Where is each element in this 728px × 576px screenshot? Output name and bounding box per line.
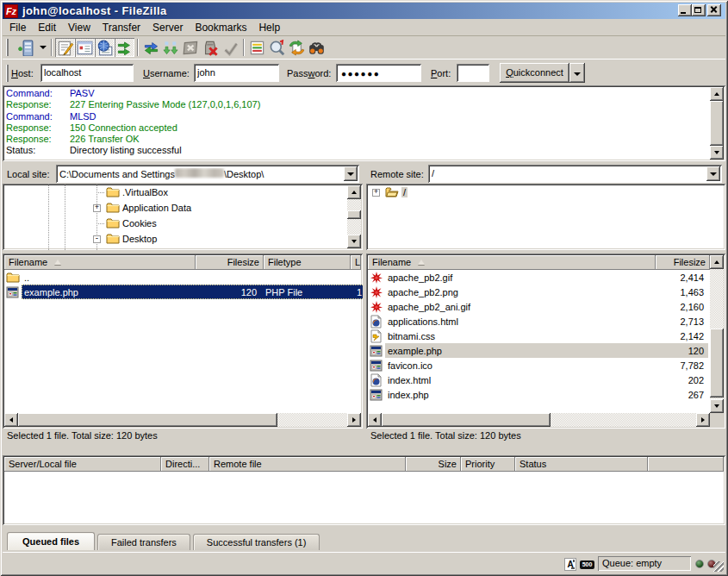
- quickconnect-button[interactable]: Quickconnect: [500, 63, 569, 83]
- toggle-remote-tree-button[interactable]: [95, 38, 115, 57]
- refresh-button[interactable]: [141, 38, 161, 57]
- tree-item-root[interactable]: /: [383, 185, 408, 200]
- scroll-down-button[interactable]: [710, 399, 724, 413]
- file-row-parent[interactable]: ..: [4, 270, 361, 285]
- tab-queued-files[interactable]: Queued files: [7, 532, 95, 550]
- local-site-combo[interactable]: C:\Documents and Settings\Desktop\: [56, 165, 359, 183]
- column-header-remote-file[interactable]: Remote file: [209, 457, 406, 472]
- menu-help[interactable]: Help: [252, 20, 286, 35]
- local-site-dropdown[interactable]: [344, 166, 358, 181]
- scrollbar-thumb[interactable]: [18, 413, 277, 427]
- scroll-right-button[interactable]: [347, 413, 361, 427]
- menu-bookmarks[interactable]: Bookmarks: [189, 20, 252, 35]
- remote-list-hscrollbar[interactable]: [368, 413, 710, 427]
- column-header-server-local-file[interactable]: Server/Local file: [4, 457, 161, 472]
- dropdown-arrow-icon: [710, 172, 717, 176]
- scroll-down-button[interactable]: [710, 146, 724, 160]
- expand-icon[interactable]: +: [372, 189, 380, 197]
- scroll-right-button[interactable]: [696, 413, 710, 427]
- scrollbar-thumb[interactable]: [710, 329, 724, 398]
- quickconnect-dropdown[interactable]: [569, 63, 585, 83]
- close-button[interactable]: [707, 4, 721, 16]
- column-header-filesize[interactable]: Filesize: [656, 255, 710, 270]
- disconnect-button[interactable]: [201, 38, 221, 57]
- scroll-left-button[interactable]: [368, 413, 382, 427]
- reconnect-button[interactable]: [221, 38, 240, 57]
- compare-directories-button[interactable]: [267, 38, 287, 57]
- tab-failed-transfers[interactable]: Failed transfers: [97, 534, 190, 550]
- host-input[interactable]: localhost: [40, 64, 134, 82]
- toggle-queue-button[interactable]: [115, 38, 134, 57]
- log-scrollbar[interactable]: [710, 87, 724, 160]
- password-input[interactable]: ●●●●●●: [336, 64, 421, 82]
- toggle-message-log-button[interactable]: [55, 38, 75, 57]
- minimize-button[interactable]: [678, 4, 692, 16]
- column-header-direction[interactable]: Directi...: [161, 457, 209, 472]
- transfer-type-indicator[interactable]: A: [564, 558, 576, 571]
- site-manager-button[interactable]: [12, 38, 38, 57]
- scrollbar-thumb[interactable]: [347, 210, 361, 219]
- remote-list-vscrollbar[interactable]: [710, 255, 724, 413]
- file-row[interactable]: apache_pb2_ani.gif 2,160: [368, 299, 708, 314]
- filter-button[interactable]: [247, 38, 267, 57]
- column-header-filename[interactable]: Filename: [368, 255, 656, 270]
- title-bar[interactable]: Fz john@localhost - FileZilla: [3, 3, 725, 19]
- file-row[interactable]: index.html 202: [368, 373, 708, 387]
- find-files-button[interactable]: [307, 38, 327, 57]
- menu-transfer[interactable]: Transfer: [96, 20, 146, 35]
- menu-edit[interactable]: Edit: [32, 20, 62, 35]
- process-queue-button[interactable]: [161, 38, 181, 57]
- folder-icon: [106, 185, 120, 199]
- remote-site-dropdown[interactable]: [706, 166, 720, 181]
- log-line: Response:226 Transfer OK: [6, 134, 708, 145]
- menu-server[interactable]: Server: [146, 20, 189, 35]
- collapse-icon[interactable]: -: [93, 235, 101, 243]
- local-tree-scrollbar[interactable]: [347, 185, 361, 248]
- column-header-filesize[interactable]: Filesize: [196, 255, 264, 270]
- resize-grip[interactable]: [713, 561, 724, 572]
- column-header-filetype[interactable]: Filetype: [264, 255, 351, 270]
- cancel-icon: [183, 40, 199, 56]
- expand-icon[interactable]: +: [93, 204, 101, 212]
- speed-limits-icon[interactable]: 500: [580, 560, 594, 569]
- file-row[interactable]: favicon.ico 7,782: [368, 358, 708, 373]
- tree-item-cookies[interactable]: Cookies: [104, 216, 157, 231]
- local-list-hscrollbar[interactable]: [4, 413, 361, 427]
- port-input[interactable]: [457, 64, 489, 82]
- file-row[interactable]: index.php 267: [368, 387, 708, 402]
- file-row[interactable]: apache_pb2.png 1,463: [368, 285, 708, 299]
- synchronized-browsing-button[interactable]: [287, 38, 307, 57]
- column-header-lastmodified[interactable]: L: [351, 255, 361, 270]
- tree-item-application-data[interactable]: Application Data: [104, 200, 191, 216]
- menu-view[interactable]: View: [62, 20, 96, 35]
- site-manager-dropdown[interactable]: [38, 38, 48, 57]
- quickconnect-grip[interactable]: [6, 65, 9, 82]
- tree-item-virtualbox[interactable]: .VirtualBox: [104, 185, 168, 200]
- column-header-size[interactable]: Size: [406, 457, 461, 472]
- column-header-filename[interactable]: Filename: [4, 255, 196, 270]
- tab-successful-transfers[interactable]: Successful transfers (1): [193, 534, 320, 550]
- scroll-down-button[interactable]: [347, 235, 361, 248]
- scroll-left-button[interactable]: [4, 413, 18, 427]
- tree-item-desktop[interactable]: Desktop: [104, 231, 157, 247]
- scroll-up-button[interactable]: [710, 255, 724, 269]
- file-row[interactable]: applications.html 2,713: [368, 314, 708, 329]
- file-row-example-php[interactable]: example.php 120: [368, 343, 708, 358]
- file-row[interactable]: bitnami.css 2,142: [368, 329, 708, 343]
- maximize-button[interactable]: [692, 4, 706, 16]
- scrollbar-thumb[interactable]: [382, 413, 551, 427]
- scroll-up-button[interactable]: [347, 185, 361, 199]
- file-row-example-php[interactable]: example.php 120 PHP File 1: [4, 285, 361, 299]
- username-input[interactable]: john: [194, 64, 279, 82]
- column-header-status[interactable]: Status: [515, 457, 648, 472]
- column-header-priority[interactable]: Priority: [461, 457, 515, 472]
- scrollbar-thumb[interactable]: [710, 101, 724, 146]
- cancel-button[interactable]: [181, 38, 201, 57]
- app-icon[interactable]: Fz: [4, 4, 18, 18]
- remote-site-combo[interactable]: /: [428, 165, 722, 183]
- menu-file[interactable]: File: [3, 20, 32, 35]
- file-row[interactable]: apache_pb2.gif 2,414: [368, 270, 708, 285]
- toggle-local-tree-button[interactable]: [75, 38, 95, 57]
- scroll-up-button[interactable]: [710, 87, 724, 101]
- toolbar-grip[interactable]: [6, 39, 9, 56]
